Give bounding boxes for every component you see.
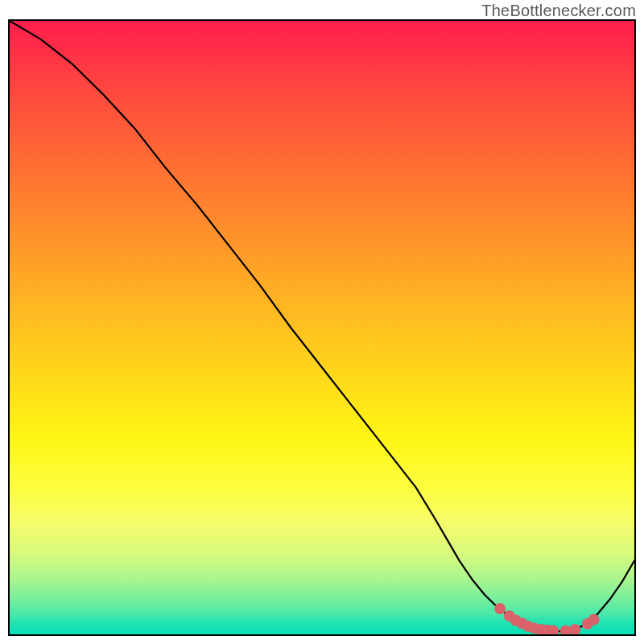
bottleneck-curve	[10, 21, 634, 631]
marker-point	[588, 614, 600, 625]
curve-layer	[10, 21, 634, 634]
chart-container: TheBottlenecker.com	[0, 0, 644, 644]
plot-area	[8, 19, 636, 636]
marker-point	[569, 624, 580, 634]
marker-group	[494, 603, 599, 634]
marker-point	[494, 603, 506, 614]
attribution-text: TheBottlenecker.com	[481, 2, 636, 20]
